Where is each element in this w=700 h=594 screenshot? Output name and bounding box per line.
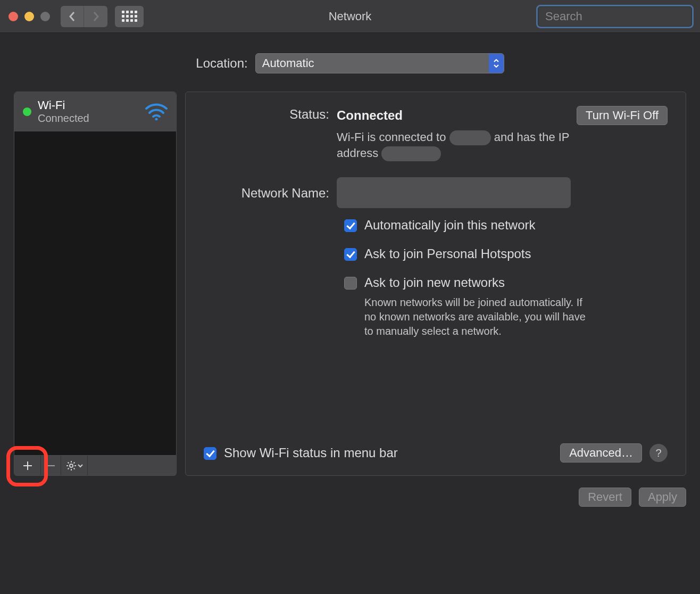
auto-join-label: Automatically join this network	[364, 218, 535, 233]
window-title: Network	[329, 10, 372, 23]
back-button[interactable]	[61, 6, 84, 27]
service-list[interactable]: Wi-Fi Connected	[14, 92, 177, 456]
location-label: Location:	[196, 56, 247, 71]
svg-point-2	[155, 118, 158, 121]
auto-join-checkbox[interactable]	[344, 219, 357, 232]
add-service-button[interactable]	[14, 456, 41, 475]
chevron-down-icon	[78, 464, 83, 468]
sidebar-toolbar	[14, 456, 177, 476]
forward-button[interactable]	[84, 6, 107, 27]
nav-buttons	[61, 6, 107, 27]
search-input[interactable]	[545, 10, 691, 23]
wifi-icon	[145, 103, 168, 120]
new-networks-row[interactable]: Ask to join new networks Known networks …	[344, 275, 668, 339]
grid-icon	[122, 11, 137, 22]
minus-icon	[47, 461, 55, 470]
location-select[interactable]: Automatic	[255, 53, 504, 73]
menubar-row[interactable]: Show Wi-Fi status in menu bar	[204, 446, 398, 460]
gear-icon	[66, 460, 77, 471]
location-value: Automatic	[262, 56, 314, 70]
minimize-window-button[interactable]	[24, 12, 34, 21]
window-controls	[9, 12, 50, 21]
service-name: Wi-Fi	[38, 99, 139, 112]
apply-button[interactable]: Apply	[639, 488, 686, 507]
svg-point-6	[70, 464, 73, 467]
network-name-select[interactable]	[337, 177, 571, 208]
svg-line-12	[73, 468, 74, 469]
new-networks-hint: Known networks will be joined automatica…	[364, 295, 588, 339]
search-field[interactable]	[536, 5, 694, 28]
remove-service-button[interactable]	[41, 456, 61, 475]
select-stepper-icon	[489, 54, 504, 73]
service-actions-button[interactable]	[61, 456, 88, 475]
svg-line-11	[68, 462, 69, 463]
wifi-toggle-button[interactable]: Turn Wi-Fi Off	[577, 106, 668, 125]
status-value: Connected	[337, 108, 403, 123]
svg-line-13	[68, 468, 69, 469]
close-window-button[interactable]	[9, 12, 18, 21]
detail-panel: Status: Connected Turn Wi-Fi Off Wi-Fi i…	[185, 92, 686, 476]
redacted-ip	[381, 146, 441, 161]
service-status: Connected	[38, 112, 139, 125]
service-sidebar: Wi-Fi Connected	[14, 92, 177, 476]
network-name-label: Network Name:	[204, 185, 337, 201]
status-label: Status:	[204, 106, 337, 122]
hotspot-checkbox[interactable]	[344, 248, 357, 261]
show-all-button[interactable]	[115, 6, 144, 27]
window-footer: Revert Apply	[0, 476, 700, 507]
titlebar: Network	[0, 0, 700, 33]
revert-button[interactable]: Revert	[579, 488, 631, 507]
status-dot-icon	[23, 108, 31, 116]
new-networks-label: Ask to join new networks	[364, 275, 505, 290]
hotspot-row[interactable]: Ask to join Personal Hotspots	[344, 246, 668, 261]
menubar-label: Show Wi-Fi status in menu bar	[224, 446, 398, 460]
plus-icon	[23, 461, 32, 471]
help-button[interactable]: ?	[649, 444, 668, 462]
location-row: Location: Automatic	[0, 53, 700, 73]
zoom-window-button	[40, 12, 50, 21]
hotspot-label: Ask to join Personal Hotspots	[364, 246, 531, 261]
new-networks-checkbox[interactable]	[344, 277, 357, 290]
redacted-ssid	[449, 130, 491, 145]
advanced-button[interactable]: Advanced…	[560, 443, 642, 463]
auto-join-row[interactable]: Automatically join this network	[344, 218, 668, 233]
svg-line-14	[73, 462, 74, 463]
status-description: Wi-Fi is connected to and has the IP add…	[337, 129, 571, 161]
service-row-wifi[interactable]: Wi-Fi Connected	[14, 92, 176, 131]
menubar-checkbox[interactable]	[204, 447, 216, 460]
